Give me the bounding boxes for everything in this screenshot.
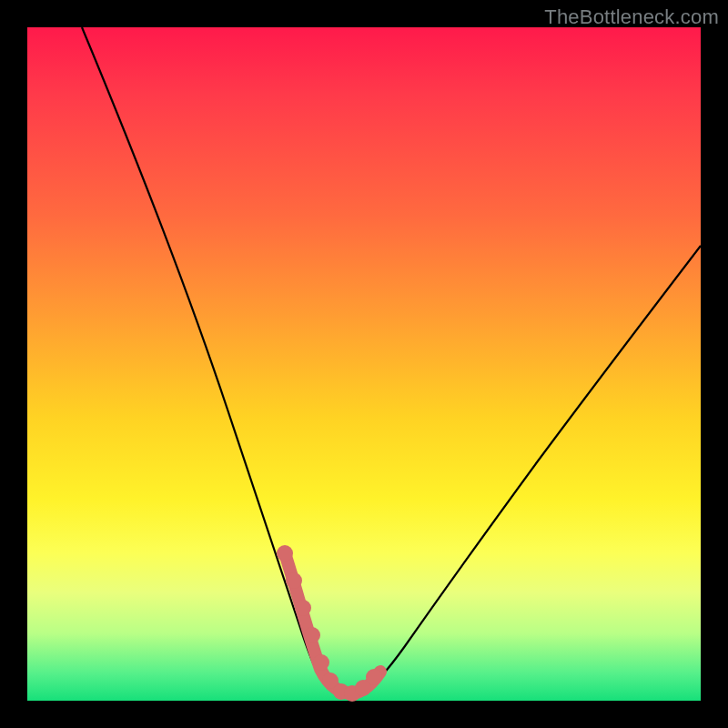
svg-point-2 (295, 600, 311, 616)
svg-point-9 (366, 669, 382, 685)
curve-layer (27, 27, 701, 701)
svg-point-4 (313, 654, 329, 671)
plot-area (27, 27, 701, 701)
primary-curve (82, 27, 701, 696)
svg-point-0 (277, 545, 293, 561)
svg-point-1 (286, 572, 302, 589)
watermark-text: TheBottleneck.com (544, 5, 719, 29)
svg-point-3 (304, 627, 320, 643)
chart-frame: TheBottleneck.com (0, 0, 728, 728)
